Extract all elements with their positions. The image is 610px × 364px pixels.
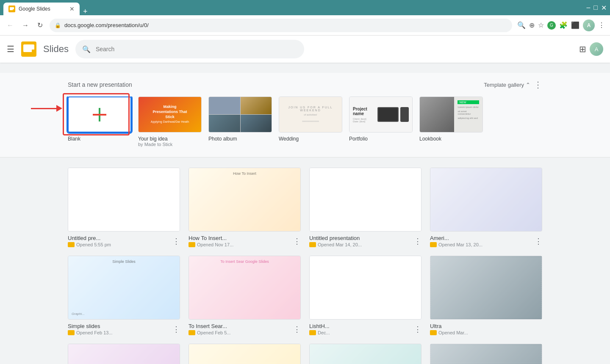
templates-row: Blank MakingPresentations ThatStickApply…	[0, 97, 610, 147]
presentation-card-9[interactable]: How to G... Dec... ⋮	[68, 344, 180, 364]
tab-bar: Google Slides ✕ +	[3, 0, 586, 15]
more-icon[interactable]: ⋮	[598, 21, 605, 29]
card-title-6: To Insert Sear...	[189, 323, 231, 329]
forward-button[interactable]: →	[20, 20, 30, 31]
lookbook-text-1: Lorem ipsum dolor	[458, 106, 479, 108]
template-gallery-button[interactable]: Template gallery ⌃	[484, 82, 530, 88]
address-bar: ← → ↻ 🔒 docs.google.com/presentation/u/0…	[0, 15, 610, 36]
card-title-4: Ameri...	[430, 235, 482, 241]
presentation-thumb-11	[309, 344, 421, 364]
card-info-7: LishtH... Dec... ⋮	[309, 323, 421, 335]
new-tab-button[interactable]: +	[83, 8, 88, 15]
template-portfolio[interactable]: Project name Client: [text] Date: [text]	[349, 97, 413, 147]
presentation-thumb-4	[430, 168, 542, 232]
presentation-card-4[interactable]: Ameri... Opened Mar 13, 20... ⋮	[430, 168, 542, 247]
presentation-card-5[interactable]: Simple Slides Graphi... Simple slides Op…	[68, 256, 180, 335]
card-meta-7: Dec...	[309, 330, 330, 335]
card-meta-3: Opened Mar 14, 20...	[309, 242, 362, 247]
bookmark-icon[interactable]: ☆	[538, 21, 544, 29]
header-actions: ⊞ A	[579, 42, 603, 56]
puzzle-icon[interactable]: 🧩	[559, 21, 568, 29]
template-wedding[interactable]: JOIN US FOR A FULL WEEKEND of activities…	[279, 97, 342, 147]
card-info-5: Simple slides Opened Feb 13... ⋮	[68, 323, 180, 335]
window-controls: – □ ✕	[586, 4, 607, 12]
active-tab[interactable]: Google Slides ✕	[3, 3, 80, 15]
card-menu-5[interactable]: ⋮	[172, 325, 180, 334]
card-menu-6[interactable]: ⋮	[293, 325, 301, 334]
lookbook-content: NEW Lorem ipsum dolor sit amet consectet…	[454, 97, 482, 132]
blank-thumbnail	[68, 97, 131, 132]
card-info-6: To Insert Sear... Opened Feb 5... ⋮	[189, 323, 301, 335]
big-idea-thumbnail: MakingPresentations ThatStickApplying Da…	[138, 97, 202, 132]
presentation-card-6[interactable]: To Insert Sear Google Slides To Insert S…	[189, 256, 301, 335]
card-menu-1[interactable]: ⋮	[172, 237, 180, 246]
presentation-thumb-8	[430, 256, 542, 320]
presentation-card-12[interactable]: How To Stor... Opened ...	[430, 344, 542, 364]
templates-container: Blank MakingPresentations ThatStickApply…	[0, 97, 610, 147]
minimize-button[interactable]: –	[586, 4, 590, 11]
card-menu-3[interactable]: ⋮	[414, 237, 421, 246]
card-meta-2: Opened Nov 17...	[189, 242, 233, 247]
lookbook-image	[420, 97, 454, 132]
template-photo-album[interactable]: Photo album	[208, 97, 272, 147]
app-name: Slides	[43, 44, 69, 55]
title-bar: Google Slides ✕ + – □ ✕	[0, 0, 610, 15]
template-lookbook[interactable]: NEW Lorem ipsum dolor sit amet consectet…	[419, 97, 483, 147]
slides-icon-1	[68, 242, 75, 247]
cast-icon[interactable]: ⬛	[571, 21, 580, 29]
url-text: docs.google.com/presentation/u/0/	[64, 22, 149, 28]
search-input[interactable]	[96, 46, 297, 52]
card-info-8: Ultra Opened Mar...	[430, 323, 542, 335]
card-menu-4[interactable]: ⋮	[535, 237, 542, 246]
grid-apps-icon[interactable]: ⊞	[579, 44, 586, 54]
more-options-button[interactable]: ⋮	[534, 80, 542, 90]
presentation-card-8[interactable]: Ultra Opened Mar...	[430, 256, 542, 335]
presentation-card-7[interactable]: LishtH... Dec... ⋮	[309, 256, 421, 335]
presentation-card-1[interactable]: Untitled pre... Opened 5:55 pm ⋮	[68, 168, 180, 247]
thumb-inner-8	[430, 256, 542, 319]
lookbook-text-2: sit amet consectetur	[458, 110, 479, 115]
card-meta-8: Opened Mar...	[430, 330, 468, 335]
hamburger-menu[interactable]: ☰	[7, 44, 14, 54]
browser-window: Google Slides ✕ + – □ ✕ ← → ↻ 🔒 docs.goo…	[0, 0, 610, 364]
card-meta-1: Opened 5:55 pm	[68, 242, 111, 247]
browser-profile-avatar[interactable]: A	[583, 19, 595, 31]
presentation-card-10[interactable]: How to G... Dec... ⋮	[189, 344, 301, 364]
template-gallery-label: Template gallery	[484, 82, 524, 88]
slides-icon-7	[309, 330, 316, 335]
card-info-1: Untitled pre... Opened 5:55 pm ⋮	[68, 235, 180, 247]
card-title-2: How To Insert...	[189, 235, 233, 241]
url-bar[interactable]: 🔒 docs.google.com/presentation/u/0/	[50, 19, 512, 32]
template-wedding-label: Wedding	[279, 136, 342, 142]
thumb-inner-6: To Insert Sear Google Slides	[189, 256, 300, 319]
template-big-idea[interactable]: MakingPresentations ThatStickApplying Da…	[138, 97, 202, 147]
maximize-button[interactable]: □	[593, 4, 598, 11]
search-bar[interactable]: 🔍	[75, 40, 304, 58]
card-menu-2[interactable]: ⋮	[293, 237, 301, 246]
close-button[interactable]: ✕	[601, 4, 607, 12]
share-icon[interactable]: ⊕	[529, 21, 535, 29]
back-button[interactable]: ←	[5, 20, 15, 31]
photo-album-thumbnail	[208, 97, 272, 132]
wedding-thumbnail: JOIN US FOR A FULL WEEKEND of activities…	[279, 97, 342, 132]
reload-button[interactable]: ↻	[36, 19, 44, 31]
lookbook-thumbnail: NEW Lorem ipsum dolor sit amet consectet…	[419, 97, 483, 132]
recent-grid: Untitled pre... Opened 5:55 pm ⋮	[68, 168, 542, 364]
tab-close-button[interactable]: ✕	[69, 6, 75, 12]
card-info-3: Untitled presentation Opened Mar 14, 20.…	[309, 235, 421, 247]
main-content: Start a new presentation Template galler…	[0, 63, 610, 364]
photo-cell-2	[241, 97, 272, 114]
search-icon[interactable]: 🔍	[517, 21, 526, 29]
presentation-card-3[interactable]: Untitled presentation Opened Mar 14, 20.…	[309, 168, 421, 247]
card-menu-7[interactable]: ⋮	[414, 325, 421, 334]
presentation-card-2[interactable]: How To Insert How To Insert... Opened No…	[189, 168, 301, 247]
user-avatar[interactable]: A	[590, 42, 603, 56]
presentation-card-11[interactable]: ...of the Creative S... Mar... ⋮	[309, 344, 421, 364]
presentation-thumb-7	[309, 256, 421, 320]
presentation-thumb-2: How To Insert	[189, 168, 301, 232]
extension-icon[interactable]: G	[547, 21, 556, 30]
template-blank[interactable]: Blank	[68, 97, 131, 147]
presentation-thumb-10	[189, 344, 301, 364]
photo-cell-4	[241, 115, 272, 132]
presentation-thumb-9	[68, 344, 180, 364]
